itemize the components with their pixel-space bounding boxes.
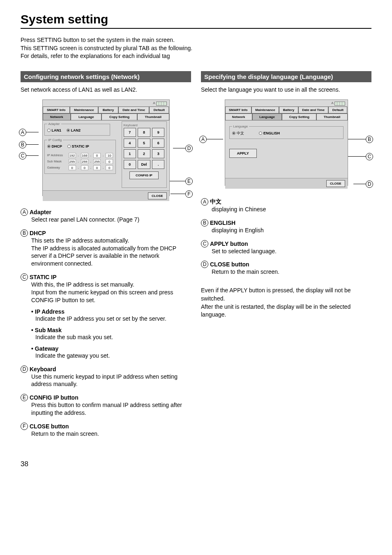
- numeric-keypad: Keyboard 7 8 9 4 5 6 1 2 3 0 Del: [122, 121, 167, 188]
- sub-sub-mask-body: Indicate the sub mask you set.: [31, 333, 191, 341]
- callout-marker-d: D: [185, 145, 193, 152]
- battery-label: A: [153, 101, 155, 105]
- key-1[interactable]: 1: [124, 149, 136, 158]
- callout-marker-e: E: [185, 178, 193, 185]
- tab-copy-setting[interactable]: Copy Setting: [282, 113, 316, 120]
- tab-battery[interactable]: Battery: [279, 106, 298, 113]
- tab-network[interactable]: Network: [225, 113, 252, 120]
- key-6[interactable]: 6: [152, 139, 165, 148]
- page-title: System setting: [21, 12, 371, 29]
- radio-static-ip[interactable]: STATIC IP: [67, 144, 89, 148]
- close-button[interactable]: CLOSE: [326, 180, 345, 187]
- intro-text: Press SETTING button to set the system i…: [21, 36, 371, 60]
- lang-callout-d-body: Return to the main screen.: [201, 268, 371, 276]
- adapter-group: Adapter LAN1 LAN2: [44, 122, 110, 136]
- lang-callout-d-title: CLOSE button: [210, 261, 249, 268]
- callout-c-body: With this, the IP address is set manuall…: [21, 281, 191, 304]
- key-dot[interactable]: .: [152, 160, 165, 169]
- language-screenshot: A SMART Info Maintenance Battery Date an…: [225, 99, 348, 186]
- radio-dhcp[interactable]: DHCP: [47, 144, 62, 148]
- config-ip-button[interactable]: CONFIG IP: [129, 171, 159, 179]
- tab-row-2: Network Language Copy Setting Thumbnail: [43, 113, 169, 120]
- radio-english[interactable]: ENGLISH: [259, 131, 280, 135]
- callout-marker-a: A: [19, 129, 26, 136]
- callout-b-body: This sets the IP address automatically. …: [21, 237, 191, 268]
- tab-default[interactable]: Default: [328, 106, 347, 113]
- sub-gateway-title: • Gateway: [31, 345, 191, 352]
- tab-battery[interactable]: Battery: [98, 106, 118, 113]
- lang-callout-c-body: Set to selected language.: [201, 247, 371, 255]
- language-column: Specifying the display language (Languag…: [201, 71, 371, 444]
- callout-b-title: DHCP: [30, 230, 46, 236]
- ipconfig-group: IP Config DHCP STATIC IP IP Address 192.…: [44, 138, 116, 174]
- lang-callout-c-title: APPLY button: [210, 240, 248, 247]
- callout-f-title: CLOSE button: [30, 423, 69, 430]
- callout-a-body: Select rear panel LAN connector. (Page 7…: [21, 216, 191, 224]
- sub-mask-row: Sub Mask 255. 255. 255. 0: [47, 159, 113, 164]
- tab-smart-info[interactable]: SMART Info: [43, 106, 70, 113]
- key-5[interactable]: 5: [138, 139, 150, 148]
- tab-thumbnail[interactable]: Thumbnail: [316, 113, 347, 120]
- sub-ip-address-body: Indicate the IP address you set or set b…: [31, 315, 191, 323]
- callout-marker-c-lang: C: [366, 153, 373, 160]
- tab-network[interactable]: Network: [43, 113, 71, 120]
- sub-gateway-body: Indicate the gateway you set.: [31, 352, 191, 360]
- tab-maintenance[interactable]: Maintenance: [70, 106, 98, 113]
- tab-date-time[interactable]: Date and Time: [298, 106, 329, 113]
- radio-lan1[interactable]: LAN1: [47, 128, 62, 132]
- network-heading: Configuring network settings (Network): [21, 71, 191, 82]
- callout-f-body: Return to the main screen.: [21, 430, 191, 438]
- ip-oct-4[interactable]: 10: [106, 153, 113, 158]
- network-column: Configuring network settings (Network) S…: [21, 71, 191, 444]
- tab-language[interactable]: Language: [71, 113, 101, 120]
- tab-date-time[interactable]: Date and Time: [118, 106, 150, 113]
- callout-marker-a-lang: A: [199, 136, 207, 143]
- language-heading: Specifying the display language (Languag…: [201, 71, 371, 82]
- language-note: Even if the APPLY button is pressed, the…: [201, 287, 371, 319]
- lang-callout-b-body: displaying in English: [201, 227, 371, 234]
- lang-callout-b-title: ENGLISH: [210, 220, 235, 226]
- tab-row-1: SMART Info Maintenance Battery Date and …: [43, 106, 169, 113]
- callout-marker-d-lang: D: [366, 180, 373, 188]
- key-2[interactable]: 2: [138, 149, 150, 158]
- network-screenshot: A SMART Info Maintenance Battery Date an…: [42, 99, 170, 196]
- key-4[interactable]: 4: [124, 139, 136, 148]
- callout-d-body: Use this numeric keypad to input IP addr…: [21, 373, 191, 388]
- key-0[interactable]: 0: [124, 160, 136, 169]
- callout-e-title: CONFIG IP button: [30, 394, 78, 401]
- battery-label: A: [331, 101, 333, 105]
- key-del[interactable]: Del: [138, 160, 150, 169]
- ip-oct-1[interactable]: 192: [69, 153, 76, 158]
- tab-maintenance[interactable]: Maintenance: [251, 106, 279, 113]
- lang-callout-a-body: displaying in Chinese: [201, 206, 371, 213]
- callout-d-title: Keyboard: [30, 366, 56, 372]
- callout-e-body: Press this button to confirm manual IP a…: [21, 401, 191, 417]
- lang-callout-a-title: 中文: [210, 198, 221, 206]
- tab-language[interactable]: Language: [252, 113, 282, 120]
- tab-default[interactable]: Default: [149, 106, 169, 113]
- sub-ip-address-title: • IP Address: [31, 308, 191, 315]
- tab-smart-info[interactable]: SMART Info: [225, 106, 251, 113]
- key-9[interactable]: 9: [152, 128, 165, 137]
- ip-oct-3[interactable]: 0: [93, 153, 101, 158]
- sub-sub-mask-title: • Sub Mask: [31, 327, 191, 333]
- radio-chinese[interactable]: 中文: [232, 131, 244, 136]
- callout-marker-b: B: [19, 141, 26, 148]
- close-button[interactable]: CLOSE: [148, 192, 167, 199]
- callout-marker-b-lang: B: [366, 136, 373, 143]
- ip-address-row: IP Address 192. 168. 0. 10: [47, 153, 113, 158]
- language-group: Language 中文 ENGLISH: [229, 125, 344, 139]
- ip-oct-2[interactable]: 168: [81, 153, 88, 158]
- tab-thumbnail[interactable]: Thumbnail: [137, 113, 169, 120]
- page-number: 38: [21, 460, 371, 468]
- radio-lan2[interactable]: LAN2: [67, 128, 81, 132]
- key-8[interactable]: 8: [138, 128, 150, 137]
- key-3[interactable]: 3: [152, 149, 165, 158]
- key-7[interactable]: 7: [124, 128, 136, 137]
- callout-a-title: Adapter: [30, 209, 51, 215]
- callout-marker-f: F: [185, 190, 193, 198]
- apply-button[interactable]: APPLY: [229, 149, 257, 158]
- gateway-row: Gateway 0. 0. 0. 0: [47, 165, 113, 170]
- battery-icon: [156, 102, 167, 106]
- tab-copy-setting[interactable]: Copy Setting: [101, 113, 137, 120]
